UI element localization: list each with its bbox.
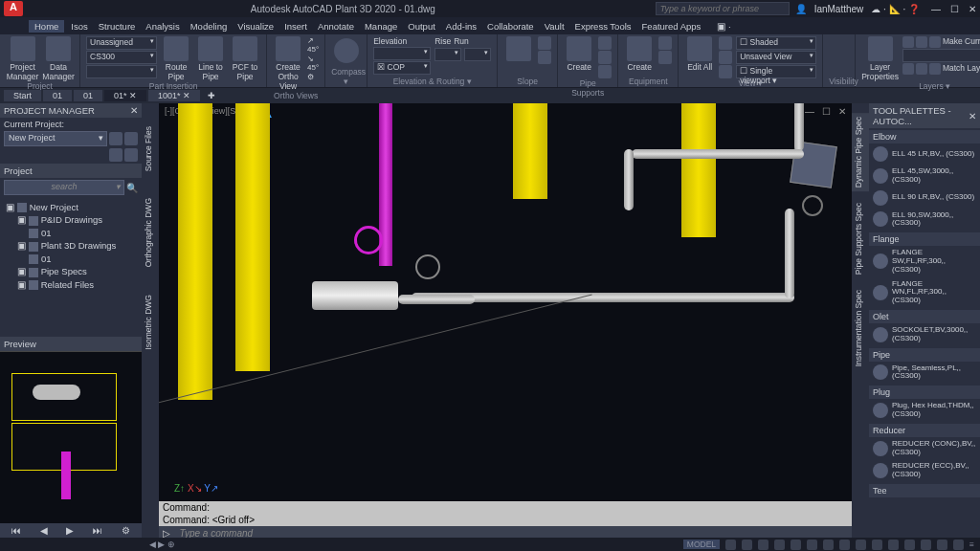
- cmd-input[interactable]: Type a command: [180, 528, 254, 538]
- tree-item[interactable]: ▣ P&ID Drawings: [6, 213, 136, 226]
- tab-visualize[interactable]: Visualize: [234, 20, 278, 33]
- tree-item[interactable]: 01: [6, 227, 136, 239]
- tab-home[interactable]: Home: [29, 20, 64, 33]
- user-icon[interactable]: 👤: [795, 4, 807, 14]
- nav-settings-icon[interactable]: ⚙: [122, 525, 130, 536]
- slope-button[interactable]: [503, 36, 534, 61]
- palette-item[interactable]: SOCKOLET,BV,3000,, (CS300): [869, 323, 980, 346]
- pm-tool3-icon[interactable]: [109, 148, 122, 162]
- size-dropdown[interactable]: [86, 65, 157, 78]
- slope-opt2[interactable]: [538, 51, 551, 64]
- status-qs-icon[interactable]: [856, 540, 866, 550]
- palette-item[interactable]: REDUCER (ECC),BV,, (CS300): [869, 459, 980, 482]
- project-tab[interactable]: Project: [0, 164, 142, 178]
- command-line[interactable]: Command: Command: <Grid off> ▷_Type a co…: [159, 501, 852, 538]
- tree-item[interactable]: ▣ New Project: [6, 201, 136, 213]
- tab-vault[interactable]: Vault: [541, 20, 568, 33]
- palette-item[interactable]: ELL 45 LR,BV,, (CS300): [869, 143, 980, 165]
- elevation-dropdown[interactable]: [373, 47, 431, 60]
- status-lwt-icon[interactable]: [823, 540, 834, 550]
- model-button[interactable]: MODEL: [683, 540, 720, 549]
- tab-01a[interactable]: 01: [43, 90, 72, 101]
- create-support-button[interactable]: Create: [564, 36, 594, 72]
- tab-insert[interactable]: Insert: [280, 20, 311, 33]
- tab-isos[interactable]: Isos: [67, 20, 91, 33]
- tab-manage[interactable]: Manage: [361, 20, 401, 33]
- nav-play-icon[interactable]: ▶: [66, 525, 74, 536]
- palette-item[interactable]: ELL 90,SW,3000,, (CS300): [869, 209, 980, 231]
- spec-dropdown[interactable]: CS300: [86, 51, 157, 64]
- vis-opt2[interactable]: [719, 51, 732, 64]
- status-grid-icon[interactable]: [725, 540, 736, 550]
- angle-opts-button[interactable]: ⚙: [307, 73, 319, 81]
- status-ortho-icon[interactable]: [758, 540, 768, 550]
- run-input[interactable]: [464, 48, 491, 61]
- slope-opt1[interactable]: [538, 36, 551, 50]
- palette-item[interactable]: Pipe, Seamless,PL,, (CS300): [869, 362, 980, 385]
- eq-opt2[interactable]: [658, 51, 672, 64]
- tooltab-supports[interactable]: Pipe Supports Spec: [852, 199, 869, 278]
- line-to-pipe-button[interactable]: Line to Pipe: [195, 36, 226, 81]
- vp-max-icon[interactable]: ☐: [822, 106, 831, 117]
- pm-close-icon[interactable]: ✕: [130, 105, 138, 116]
- maximize-button[interactable]: ☐: [950, 4, 959, 14]
- tab-modeling[interactable]: Modeling: [187, 20, 232, 33]
- 3d-viewport[interactable]: [-][Custom View][Shaded] —☐✕ ▲▸ Z↑ X↘ Y↗: [159, 103, 852, 538]
- project-dropdown[interactable]: New Project: [4, 131, 107, 146]
- sup-opt1[interactable]: [598, 36, 612, 50]
- match-layer-button[interactable]: Match Layer: [943, 63, 980, 75]
- tab-01c[interactable]: 01* ✕: [104, 90, 146, 101]
- tab-start[interactable]: Start: [4, 90, 41, 101]
- app-logo[interactable]: A: [4, 1, 23, 16]
- style-dropdown[interactable]: ☐ Shaded: [736, 36, 816, 50]
- nav-prev-icon[interactable]: ◀: [40, 525, 48, 536]
- nav-wheel-icon[interactable]: [802, 195, 823, 216]
- status-iso-icon[interactable]: [921, 540, 931, 550]
- cop-dropdown[interactable]: ☒ COP: [373, 61, 431, 75]
- vp-min-icon[interactable]: —: [805, 106, 814, 117]
- sidetab-source[interactable]: Source Files: [142, 122, 159, 175]
- rise-input[interactable]: [434, 48, 461, 61]
- status-osnap-icon[interactable]: [791, 540, 801, 550]
- palette-item[interactable]: FLANGE SW,FL,RF,300,, (CS300): [869, 246, 980, 276]
- compass-icon[interactable]: [334, 38, 359, 63]
- tab-express[interactable]: Express Tools: [571, 20, 635, 33]
- tree-item[interactable]: 01: [6, 253, 136, 265]
- palette-item[interactable]: Plug, Hex Head,THDM,, (CS300): [869, 399, 980, 422]
- nav-next-icon[interactable]: ⏭: [93, 525, 102, 536]
- tab-add-icon[interactable]: ✚: [202, 91, 221, 100]
- palette-item[interactable]: REDUCER (CONC),BV,, (CS300): [869, 437, 980, 460]
- sidetab-ortho[interactable]: Orthographic DWG: [142, 194, 159, 271]
- pm-tool4-icon[interactable]: [124, 148, 138, 162]
- tooltab-dynamic[interactable]: Dynamic Pipe Spec: [852, 113, 869, 191]
- tab-analysis[interactable]: Analysis: [142, 20, 183, 33]
- angle-neg45-button[interactable]: ↘ 45°: [307, 55, 319, 72]
- layout-tabs[interactable]: ◀ ▶ ⊕: [149, 540, 175, 549]
- minimize-button[interactable]: —: [931, 4, 941, 14]
- eq-opt1[interactable]: [658, 36, 672, 50]
- tab-1001[interactable]: 1001* ✕: [148, 90, 200, 101]
- create-equipment-button[interactable]: Create: [624, 36, 655, 72]
- tree-item[interactable]: ▣ Related Files: [6, 278, 136, 291]
- sup-opt2[interactable]: [598, 51, 612, 64]
- palette-item[interactable]: ELL 90 LR,BV,, (CS300): [869, 187, 980, 209]
- close-button[interactable]: ✕: [969, 4, 976, 14]
- pm-tool2-icon[interactable]: [124, 132, 138, 145]
- tooltab-instr[interactable]: Instrumentation Spec: [852, 286, 869, 370]
- view-dropdown[interactable]: Unsaved View: [736, 51, 816, 64]
- status-otrack-icon[interactable]: [807, 540, 817, 550]
- help-search-input[interactable]: [656, 2, 790, 15]
- layer-dropdown[interactable]: [902, 49, 980, 62]
- vis-opt3[interactable]: [719, 65, 732, 78]
- create-ortho-button[interactable]: Create Ortho View: [273, 36, 303, 91]
- nav-first-icon[interactable]: ⏮: [11, 525, 21, 536]
- tab-featured[interactable]: Featured Apps: [638, 20, 705, 33]
- assignment-dropdown[interactable]: Unassigned: [86, 36, 157, 50]
- tab-output[interactable]: Output: [404, 20, 439, 33]
- project-manager-button[interactable]: Project Manager: [6, 36, 39, 81]
- tab-addins[interactable]: Add-ins: [442, 20, 480, 33]
- tool-close-icon[interactable]: ✕: [969, 111, 976, 121]
- palette-item[interactable]: FLANGE WN,FL,RF,300,, (CS300): [869, 277, 980, 308]
- project-tree[interactable]: ▣ New Project▣ P&ID Drawings01▣ Plant 3D…: [0, 197, 142, 337]
- vis-opt1[interactable]: [719, 36, 732, 50]
